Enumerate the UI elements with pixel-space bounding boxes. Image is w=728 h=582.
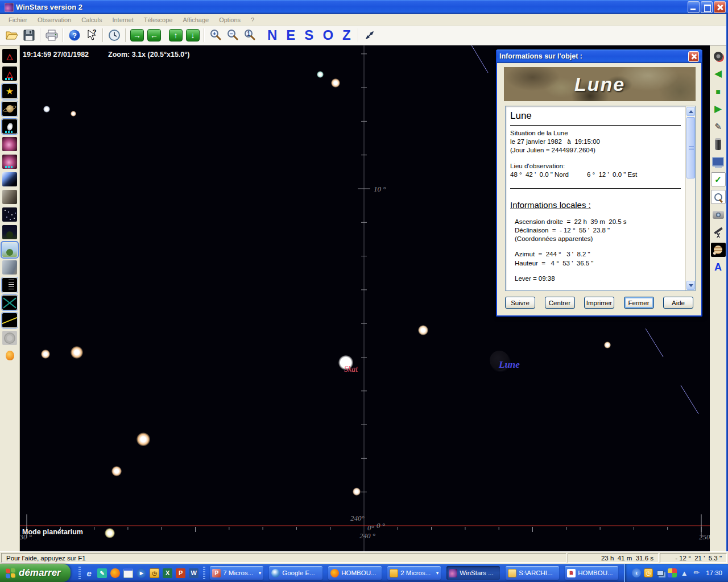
dialog-info-box[interactable]: LuneSituation de la Lunele 27 janvier 19… (505, 106, 696, 291)
star[interactable] (41, 350, 50, 359)
context-help-button[interactable]: ? (83, 27, 100, 43)
close-button[interactable] (714, 1, 726, 13)
start-button[interactable]: démarrer (0, 564, 71, 582)
play-forward-button[interactable]: ▶ (711, 102, 726, 116)
compass-z-button[interactable]: Z (338, 27, 355, 43)
star[interactable] (353, 488, 361, 496)
computer-button[interactable] (711, 155, 726, 169)
nebulae-toggle-icon[interactable] (2, 137, 17, 151)
landscape-day-toggle-icon[interactable] (2, 243, 17, 257)
star[interactable] (331, 78, 340, 88)
taskbar-group-arrow[interactable]: ▾ (259, 570, 262, 576)
planets-toggle-icon[interactable] (2, 102, 17, 116)
star[interactable] (71, 346, 83, 359)
taskbar-button[interactable]: WinStars ... (446, 566, 500, 580)
firefox-quicklaunch-icon[interactable] (110, 568, 120, 578)
menu-item-affichage[interactable]: Affichage (177, 15, 214, 24)
scroll-thumb[interactable] (686, 117, 695, 178)
menu-item-internet[interactable]: Internet (107, 15, 138, 24)
taskbar-button[interactable]: P7 Micros...▾ (210, 566, 263, 580)
pan-down-button[interactable]: ↓ (186, 29, 200, 41)
taskbar-group-arrow[interactable]: ▾ (436, 570, 439, 576)
taskbar-button[interactable]: S:\ARCHI... (506, 566, 559, 580)
compass-o-button[interactable]: O (318, 27, 338, 43)
search-document-button[interactable] (711, 190, 726, 204)
imprimer-button[interactable]: Imprimer (584, 297, 614, 309)
star[interactable] (105, 528, 115, 538)
network-tray-icon[interactable] (656, 568, 665, 577)
star[interactable] (71, 111, 76, 117)
assistant-toggle-icon[interactable] (2, 348, 17, 363)
sky-clouds-toggle-icon[interactable] (2, 260, 17, 275)
star[interactable] (604, 342, 611, 348)
camera-button[interactable] (711, 207, 726, 222)
suivre-button[interactable]: Suivre (505, 297, 535, 309)
taskbar-button[interactable]: 2 Micros...▾ (387, 566, 441, 580)
moon-label[interactable]: Lune (499, 359, 520, 371)
constellation-lines-toggle-icon[interactable]: △ (2, 49, 17, 63)
title-bar[interactable]: WinStars version 2 (0, 0, 728, 14)
menu-item-fichier[interactable]: Fichier (3, 15, 32, 24)
powerpoint-quicklaunch-icon[interactable]: P (176, 568, 185, 578)
restore-button[interactable] (701, 1, 713, 13)
menu-item-options[interactable]: Options (214, 15, 246, 24)
telescope-button[interactable] (711, 225, 726, 239)
color-app-tray-icon[interactable] (668, 568, 677, 577)
task-area-handle[interactable] (203, 567, 205, 579)
zoom-in-button[interactable]: + (207, 27, 224, 43)
comet-trails-toggle-icon[interactable] (2, 172, 17, 186)
star[interactable] (418, 325, 428, 335)
dialog-close-button[interactable] (688, 51, 699, 62)
pan-up-button[interactable]: ↑ (169, 29, 183, 41)
animation-button[interactable] (711, 49, 726, 63)
compass-s-button[interactable]: S (300, 27, 318, 43)
minimize-button[interactable] (688, 1, 700, 13)
menu-item-[interactable]: ? (246, 15, 259, 24)
scroll-up-arrow[interactable] (686, 107, 695, 116)
menu-item-calculs[interactable]: Calculs (76, 15, 107, 24)
open-button[interactable] (3, 27, 20, 43)
stylus-tray-icon[interactable]: ✐ (690, 567, 703, 580)
taskbar-button[interactable]: HOMBOU... (328, 566, 382, 580)
star[interactable] (111, 466, 122, 476)
field-circles-toggle-icon[interactable] (2, 331, 17, 345)
star[interactable] (317, 71, 324, 78)
constellation-names-toggle-icon[interactable]: △ (2, 66, 17, 81)
coordinate-grid-toggle-icon[interactable] (2, 296, 17, 310)
compass-n-button[interactable]: N (263, 27, 282, 43)
zoom-reset-button[interactable]: 1 (241, 27, 258, 43)
save-button[interactable] (20, 27, 38, 43)
settings-check-button[interactable] (711, 172, 726, 186)
compass-e-button[interactable]: E (282, 27, 300, 43)
outlook-reminder-tray-icon[interactable]: ◷ (644, 568, 653, 577)
horizon-haze-toggle-icon[interactable] (2, 190, 17, 204)
graphics-app-tray-icon[interactable]: ▲ (680, 568, 689, 577)
diag-arrow-button[interactable] (361, 27, 378, 43)
fermer-button[interactable]: Fermer (624, 297, 654, 309)
zoom-out-button[interactable]: − (224, 27, 241, 43)
comets-toggle-icon[interactable] (2, 119, 17, 134)
dialog-title-bar[interactable]: Informations sur l'objet : (497, 49, 702, 63)
aide-button[interactable]: Aide (663, 297, 693, 309)
pan-left-button[interactable]: ← (147, 29, 161, 41)
landscape-night-toggle-icon[interactable] (2, 225, 17, 239)
ecliptic-line-toggle-icon[interactable] (2, 313, 17, 327)
stop-button[interactable]: ■ (711, 84, 726, 98)
menu-item-observation[interactable]: Observation (32, 15, 76, 24)
star[interactable] (136, 433, 150, 446)
dialog-scrollbar[interactable] (685, 106, 695, 290)
planet-view-button[interactable] (711, 243, 726, 257)
media-player-quicklaunch-icon[interactable]: ▶ (136, 568, 146, 578)
quick-launch-handle[interactable] (78, 567, 81, 579)
collapse-chevron-tray-icon[interactable]: ‹ (632, 568, 641, 577)
play-backward-button[interactable]: ◀ (711, 66, 726, 81)
labels-toggle-button[interactable]: A (711, 260, 726, 275)
clock-button[interactable] (106, 27, 123, 43)
word-quicklaunch-icon[interactable]: W (189, 568, 198, 578)
desktop-pen-quicklaunch-icon[interactable]: ✎ (97, 568, 107, 578)
film-roll-button[interactable] (711, 137, 726, 151)
pointer-pen-button[interactable]: ✎ (711, 119, 726, 134)
altitude-scale-toggle-icon[interactable] (2, 278, 17, 292)
outlook-quicklaunch-icon[interactable]: ◷ (150, 568, 159, 578)
internet-explorer-quicklaunch-icon[interactable]: e (84, 568, 94, 578)
